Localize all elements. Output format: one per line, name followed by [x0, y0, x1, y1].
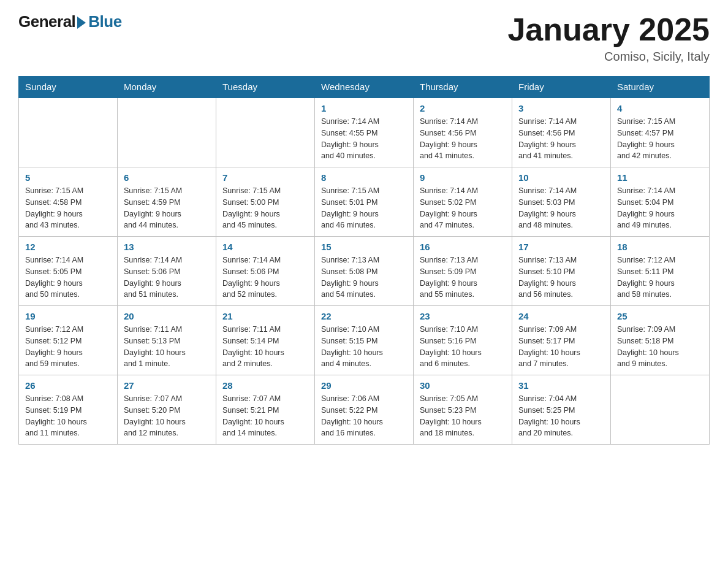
day-info: Sunrise: 7:07 AM Sunset: 5:21 PM Dayligh… [222, 393, 308, 439]
day-number: 19 [25, 311, 111, 321]
calendar-cell: 25Sunrise: 7:09 AM Sunset: 5:18 PM Dayli… [611, 306, 710, 375]
calendar-week-row: 12Sunrise: 7:14 AM Sunset: 5:05 PM Dayli… [19, 237, 710, 306]
calendar-cell: 12Sunrise: 7:14 AM Sunset: 5:05 PM Dayli… [19, 237, 118, 306]
day-number: 23 [420, 311, 506, 321]
day-info: Sunrise: 7:14 AM Sunset: 5:06 PM Dayligh… [222, 255, 308, 301]
logo: General Blue [18, 12, 122, 31]
logo-blue-text: Blue [88, 12, 121, 31]
day-number: 20 [124, 311, 210, 321]
day-info: Sunrise: 7:15 AM Sunset: 5:00 PM Dayligh… [222, 185, 308, 231]
day-number: 13 [124, 242, 210, 252]
day-info: Sunrise: 7:07 AM Sunset: 5:20 PM Dayligh… [124, 393, 210, 439]
calendar-header-row: SundayMondayTuesdayWednesdayThursdayFrid… [19, 77, 710, 98]
day-number: 22 [321, 311, 407, 321]
day-number: 25 [617, 311, 703, 321]
day-info: Sunrise: 7:05 AM Sunset: 5:23 PM Dayligh… [420, 393, 506, 439]
day-info: Sunrise: 7:14 AM Sunset: 5:04 PM Dayligh… [617, 185, 703, 231]
day-info: Sunrise: 7:15 AM Sunset: 5:01 PM Dayligh… [321, 185, 407, 231]
day-number: 15 [321, 242, 407, 252]
calendar-cell [216, 98, 315, 167]
calendar-cell: 16Sunrise: 7:13 AM Sunset: 5:09 PM Dayli… [414, 237, 512, 306]
day-info: Sunrise: 7:09 AM Sunset: 5:18 PM Dayligh… [617, 324, 703, 370]
calendar-cell: 19Sunrise: 7:12 AM Sunset: 5:12 PM Dayli… [19, 306, 118, 375]
day-info: Sunrise: 7:14 AM Sunset: 5:02 PM Dayligh… [420, 185, 506, 231]
day-info: Sunrise: 7:15 AM Sunset: 4:58 PM Dayligh… [25, 185, 111, 231]
calendar-cell: 28Sunrise: 7:07 AM Sunset: 5:21 PM Dayli… [216, 375, 315, 445]
calendar-cell: 23Sunrise: 7:10 AM Sunset: 5:16 PM Dayli… [414, 306, 512, 375]
calendar-week-row: 19Sunrise: 7:12 AM Sunset: 5:12 PM Dayli… [19, 306, 710, 375]
calendar-cell: 18Sunrise: 7:12 AM Sunset: 5:11 PM Dayli… [611, 237, 710, 306]
day-number: 18 [617, 242, 703, 252]
day-info: Sunrise: 7:14 AM Sunset: 5:03 PM Dayligh… [518, 185, 604, 231]
day-info: Sunrise: 7:14 AM Sunset: 4:55 PM Dayligh… [321, 116, 407, 162]
day-number: 12 [25, 242, 111, 252]
day-info: Sunrise: 7:14 AM Sunset: 5:06 PM Dayligh… [124, 255, 210, 301]
day-number: 4 [617, 103, 703, 113]
calendar-cell [118, 98, 216, 167]
weekday-header: Wednesday [315, 77, 414, 98]
day-number: 11 [617, 172, 703, 183]
day-number: 3 [518, 103, 604, 113]
weekday-header: Sunday [19, 77, 118, 98]
page-header: General Blue January 2025 Comiso, Sicily… [18, 12, 710, 64]
day-number: 31 [518, 380, 604, 391]
calendar-cell [611, 375, 710, 445]
calendar-cell: 6Sunrise: 7:15 AM Sunset: 4:59 PM Daylig… [118, 167, 216, 237]
calendar-cell: 24Sunrise: 7:09 AM Sunset: 5:17 PM Dayli… [512, 306, 611, 375]
day-info: Sunrise: 7:13 AM Sunset: 5:08 PM Dayligh… [321, 255, 407, 301]
day-number: 26 [25, 380, 111, 391]
title-block: January 2025 Comiso, Sicily, Italy [507, 12, 710, 64]
day-number: 1 [321, 103, 407, 113]
calendar-cell: 29Sunrise: 7:06 AM Sunset: 5:22 PM Dayli… [315, 375, 414, 445]
weekday-header: Saturday [611, 77, 710, 98]
calendar-cell: 26Sunrise: 7:08 AM Sunset: 5:19 PM Dayli… [19, 375, 118, 445]
day-info: Sunrise: 7:10 AM Sunset: 5:15 PM Dayligh… [321, 324, 407, 370]
weekday-header: Monday [118, 77, 216, 98]
day-number: 24 [518, 311, 604, 321]
weekday-header: Tuesday [216, 77, 315, 98]
logo-general-text: General [18, 12, 75, 31]
calendar-cell: 27Sunrise: 7:07 AM Sunset: 5:20 PM Dayli… [118, 375, 216, 445]
day-number: 2 [420, 103, 506, 113]
day-info: Sunrise: 7:15 AM Sunset: 4:57 PM Dayligh… [617, 116, 703, 162]
calendar-cell: 3Sunrise: 7:14 AM Sunset: 4:56 PM Daylig… [512, 98, 611, 167]
calendar-cell: 15Sunrise: 7:13 AM Sunset: 5:08 PM Dayli… [315, 237, 414, 306]
day-number: 5 [25, 172, 111, 183]
day-number: 6 [124, 172, 210, 183]
day-number: 14 [222, 242, 308, 252]
calendar-cell: 4Sunrise: 7:15 AM Sunset: 4:57 PM Daylig… [611, 98, 710, 167]
day-number: 17 [518, 242, 604, 252]
day-number: 21 [222, 311, 308, 321]
calendar-cell: 31Sunrise: 7:04 AM Sunset: 5:25 PM Dayli… [512, 375, 611, 445]
day-number: 10 [518, 172, 604, 183]
calendar-cell: 22Sunrise: 7:10 AM Sunset: 5:15 PM Dayli… [315, 306, 414, 375]
logo-arrow-icon [77, 17, 86, 29]
calendar-cell: 20Sunrise: 7:11 AM Sunset: 5:13 PM Dayli… [118, 306, 216, 375]
day-number: 7 [222, 172, 308, 183]
month-title: January 2025 [507, 12, 710, 47]
day-info: Sunrise: 7:12 AM Sunset: 5:12 PM Dayligh… [25, 324, 111, 370]
calendar-cell: 21Sunrise: 7:11 AM Sunset: 5:14 PM Dayli… [216, 306, 315, 375]
calendar-cell: 17Sunrise: 7:13 AM Sunset: 5:10 PM Dayli… [512, 237, 611, 306]
day-number: 16 [420, 242, 506, 252]
calendar-cell: 7Sunrise: 7:15 AM Sunset: 5:00 PM Daylig… [216, 167, 315, 237]
day-number: 30 [420, 380, 506, 391]
calendar-week-row: 26Sunrise: 7:08 AM Sunset: 5:19 PM Dayli… [19, 375, 710, 445]
day-info: Sunrise: 7:11 AM Sunset: 5:14 PM Dayligh… [222, 324, 308, 370]
calendar-week-row: 5Sunrise: 7:15 AM Sunset: 4:58 PM Daylig… [19, 167, 710, 237]
day-info: Sunrise: 7:13 AM Sunset: 5:09 PM Dayligh… [420, 255, 506, 301]
calendar-cell: 11Sunrise: 7:14 AM Sunset: 5:04 PM Dayli… [611, 167, 710, 237]
weekday-header: Thursday [414, 77, 512, 98]
day-info: Sunrise: 7:10 AM Sunset: 5:16 PM Dayligh… [420, 324, 506, 370]
location-subtitle: Comiso, Sicily, Italy [507, 50, 710, 64]
calendar-cell: 13Sunrise: 7:14 AM Sunset: 5:06 PM Dayli… [118, 237, 216, 306]
day-number: 27 [124, 380, 210, 391]
calendar-cell: 8Sunrise: 7:15 AM Sunset: 5:01 PM Daylig… [315, 167, 414, 237]
calendar-cell: 14Sunrise: 7:14 AM Sunset: 5:06 PM Dayli… [216, 237, 315, 306]
day-info: Sunrise: 7:11 AM Sunset: 5:13 PM Dayligh… [124, 324, 210, 370]
calendar-cell: 2Sunrise: 7:14 AM Sunset: 4:56 PM Daylig… [414, 98, 512, 167]
weekday-header: Friday [512, 77, 611, 98]
day-info: Sunrise: 7:14 AM Sunset: 4:56 PM Dayligh… [420, 116, 506, 162]
day-info: Sunrise: 7:14 AM Sunset: 4:56 PM Dayligh… [518, 116, 604, 162]
calendar-cell: 10Sunrise: 7:14 AM Sunset: 5:03 PM Dayli… [512, 167, 611, 237]
